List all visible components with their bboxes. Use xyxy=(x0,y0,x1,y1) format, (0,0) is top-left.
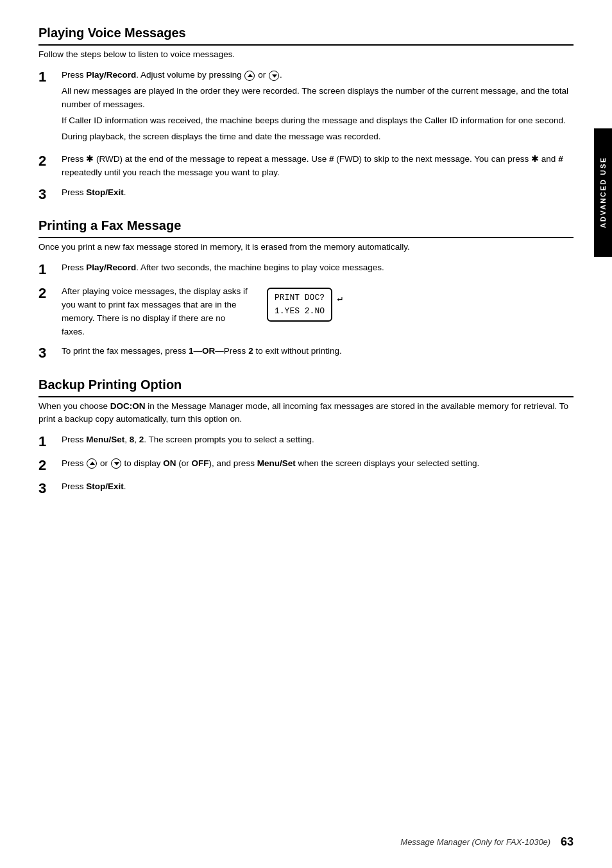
step-number-3-3: 3 xyxy=(38,480,62,497)
step-2-3: 3 To print the fax messages, press 1—OR—… xyxy=(38,345,574,361)
step-number-3-1: 1 xyxy=(38,433,62,450)
section-heading-3: Backup Printing Option xyxy=(38,378,574,397)
step-number-1-1: 1 xyxy=(38,69,62,85)
footer-italic-text: Message Manager (Only for FAX-1030e) xyxy=(400,837,550,847)
page-container: ADVANCED USE Playing Voice Messages Foll… xyxy=(0,0,612,868)
step-number-3-2: 2 xyxy=(38,457,62,474)
step-content-2-1: Press Play/Record. After two seconds, th… xyxy=(62,261,574,275)
step-number-1-3: 3 xyxy=(38,186,62,203)
footer-page-number: 63 xyxy=(561,835,574,849)
section-printing-fax-message: Printing a Fax Message Once you print a … xyxy=(38,218,574,362)
step-number-1-2: 2 xyxy=(38,153,62,169)
step-3-2: 2 Press or to display ON (or OFF), and p… xyxy=(38,457,574,474)
step-content-1-1: Press Play/Record. Adjust volume by pres… xyxy=(62,69,574,146)
section-intro-3: When you choose DOC:ON in the Message Ma… xyxy=(38,400,574,426)
section-intro-1: Follow the steps below to listen to voic… xyxy=(38,48,574,61)
section-intro-2: Once you print a new fax message stored … xyxy=(38,241,574,254)
side-tab-label: ADVANCED USE xyxy=(599,157,607,228)
step-content-2-3: To print the fax messages, press 1—OR—Pr… xyxy=(62,345,574,358)
arrow-down-icon xyxy=(269,71,279,81)
steps-1: 1 Press Play/Record. Adjust volume by pr… xyxy=(38,69,574,203)
steps-2: 1 Press Play/Record. After two seconds, … xyxy=(38,261,574,361)
step-2-2: 2 After playing voice messages, the disp… xyxy=(38,285,574,339)
section-playing-voice-messages: Playing Voice Messages Follow the steps … xyxy=(38,26,574,203)
step-number-2-3: 3 xyxy=(38,345,62,361)
step-number-2-1: 1 xyxy=(38,261,62,278)
step-content-2-2: After playing voice messages, the displa… xyxy=(62,285,574,339)
step-2-1: 1 Press Play/Record. After two seconds, … xyxy=(38,261,574,278)
arrow-up-icon-2 xyxy=(87,458,97,469)
step-3-1: 1 Press Menu/Set, 8, 2. The screen promp… xyxy=(38,433,574,450)
arrow-down-icon-2 xyxy=(111,458,121,469)
section-heading-2: Printing a Fax Message xyxy=(38,218,574,238)
step-1-3: 3 Press Stop/Exit. xyxy=(38,186,574,203)
step-content-1-3: Press Stop/Exit. xyxy=(62,186,574,200)
step-content-3-1: Press Menu/Set, 8, 2. The screen prompts… xyxy=(62,433,574,447)
section-heading-1: Playing Voice Messages xyxy=(38,26,574,46)
step-3-3: 3 Press Stop/Exit. xyxy=(38,480,574,497)
step-content-3-3: Press Stop/Exit. xyxy=(62,480,574,494)
step-content-1-2: Press ✱ (RWD) at the end of the message … xyxy=(62,153,574,180)
step-number-2-2: 2 xyxy=(38,285,62,302)
steps-3: 1 Press Menu/Set, 8, 2. The screen promp… xyxy=(38,433,574,497)
step-1-2: 2 Press ✱ (RWD) at the end of the messag… xyxy=(38,153,574,180)
lcd-display: PRINT DOC?1.YES 2.NO xyxy=(267,288,332,322)
section-backup-printing: Backup Printing Option When you choose D… xyxy=(38,378,574,498)
step-content-3-2: Press or to display ON (or OFF), and pre… xyxy=(62,457,574,471)
step-1-1: 1 Press Play/Record. Adjust volume by pr… xyxy=(38,69,574,146)
page-footer: Message Manager (Only for FAX-1030e) 63 xyxy=(38,835,574,849)
side-tab: ADVANCED USE xyxy=(594,128,612,257)
arrow-up-icon xyxy=(244,71,255,81)
